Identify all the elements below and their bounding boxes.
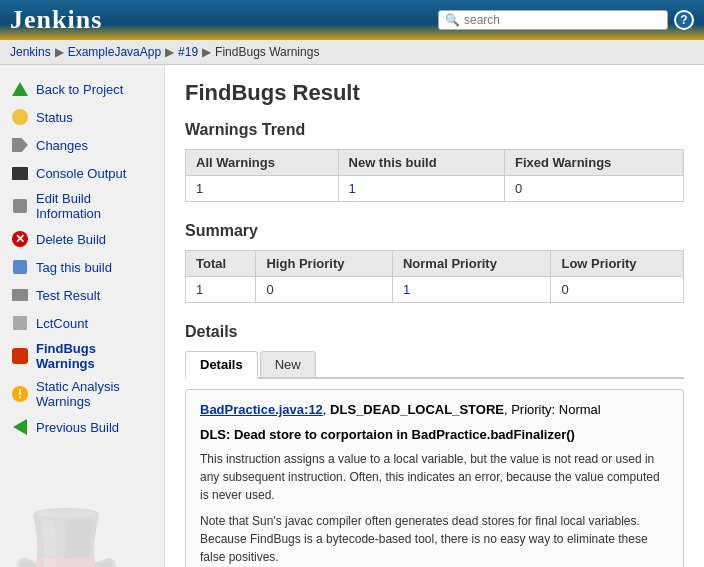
help-icon[interactable]: ? [674, 10, 694, 30]
summary-row: 1 0 1 0 [186, 277, 684, 303]
tag-icon [10, 257, 30, 277]
bug-description-2: Note that Sun's javac compiler often gen… [200, 512, 669, 566]
prev-icon [10, 417, 30, 437]
header: Jenkins 🔍 ? [0, 0, 704, 40]
summary-header-row: Total High Priority Normal Priority Low … [186, 251, 684, 277]
status-icon [10, 107, 30, 127]
breadcrumb-build[interactable]: #19 [178, 45, 198, 59]
lct-icon [10, 313, 30, 333]
sidebar-item-edit-build[interactable]: Edit Build Information [0, 187, 164, 225]
tab-new[interactable]: New [260, 351, 316, 377]
header-right: 🔍 ? [438, 10, 694, 30]
details-heading: Details [185, 323, 684, 341]
breadcrumb-jenkins[interactable]: Jenkins [10, 45, 51, 59]
search-input[interactable] [464, 13, 661, 27]
summary-table: Total High Priority Normal Priority Low … [185, 250, 684, 303]
bug-title: BadPractice.java:12, DLS_DEAD_LOCAL_STOR… [200, 402, 669, 417]
breadcrumb-current: FindBugs Warnings [215, 45, 319, 59]
changes-icon [10, 135, 30, 155]
normal-priority-link[interactable]: 1 [403, 282, 410, 297]
col-all-warnings: All Warnings [186, 150, 339, 176]
sidebar-item-findbugs-warnings[interactable]: FindBugs Warnings [0, 337, 164, 375]
arrow-up-icon [10, 79, 30, 99]
findbugs-icon [10, 346, 30, 366]
bug-details-box: BadPractice.java:12, DLS_DEAD_LOCAL_STOR… [185, 389, 684, 567]
console-icon [10, 163, 30, 183]
edit-icon [10, 196, 30, 216]
mascot-watermark: 🎩 [10, 502, 122, 567]
all-warnings-value: 1 [186, 176, 339, 202]
summary-heading: Summary [185, 222, 684, 240]
fixed-warnings-value: 0 [505, 176, 684, 202]
low-priority-value: 0 [551, 277, 684, 303]
sidebar-item-status[interactable]: Status [0, 103, 164, 131]
sidebar-item-tag-build[interactable]: Tag this build [0, 253, 164, 281]
sidebar-item-console-output[interactable]: Console Output [0, 159, 164, 187]
col-low-priority: Low Priority [551, 251, 684, 277]
col-normal-priority: Normal Priority [392, 251, 550, 277]
warnings-trend-heading: Warnings Trend [185, 121, 684, 139]
new-warnings-link[interactable]: 1 [349, 181, 356, 196]
layout: 🎩 Back to Project Status Changes Console… [0, 65, 704, 567]
col-high-priority: High Priority [256, 251, 393, 277]
search-box[interactable]: 🔍 [438, 10, 668, 30]
sidebar-item-lct-count[interactable]: LctCount [0, 309, 164, 337]
sidebar-item-back-to-project[interactable]: Back to Project [0, 75, 164, 103]
bug-subtitle: DLS: Dead store to corportaion in BadPra… [200, 427, 669, 442]
sidebar-item-previous-build[interactable]: Previous Build [0, 413, 164, 441]
breadcrumb: Jenkins ▶ ExampleJavaApp ▶ #19 ▶ FindBug… [0, 40, 704, 65]
jenkins-logo: Jenkins [10, 5, 102, 35]
sidebar-item-test-result[interactable]: Test Result [0, 281, 164, 309]
warnings-trend-table: All Warnings New this build Fixed Warnin… [185, 149, 684, 202]
normal-priority-value: 1 [392, 277, 550, 303]
total-value: 1 [186, 277, 256, 303]
bug-code-text: , DLS_DEAD_LOCAL_STORE, Priority: Normal [323, 402, 601, 417]
sidebar-item-delete-build[interactable]: ✕ Delete Build [0, 225, 164, 253]
col-total: Total [186, 251, 256, 277]
table-header-row: All Warnings New this build Fixed Warnin… [186, 150, 684, 176]
test-icon [10, 285, 30, 305]
sidebar-item-changes[interactable]: Changes [0, 131, 164, 159]
static-icon: ! [10, 384, 30, 404]
search-icon: 🔍 [445, 13, 460, 27]
new-warnings-value: 1 [338, 176, 504, 202]
high-priority-value: 0 [256, 277, 393, 303]
main-content: FindBugs Result Warnings Trend All Warni… [165, 65, 704, 567]
breadcrumb-app[interactable]: ExampleJavaApp [68, 45, 161, 59]
table-row: 1 1 0 [186, 176, 684, 202]
sidebar-item-static-analysis[interactable]: ! Static Analysis Warnings [0, 375, 164, 413]
col-fixed-warnings: Fixed Warnings [505, 150, 684, 176]
bug-description-1: This instruction assigns a value to a lo… [200, 450, 669, 504]
page-title: FindBugs Result [185, 80, 684, 106]
sidebar: 🎩 Back to Project Status Changes Console… [0, 65, 165, 567]
tab-details[interactable]: Details [185, 351, 258, 379]
delete-icon: ✕ [10, 229, 30, 249]
tab-bar: Details New [185, 351, 684, 379]
col-new-this-build: New this build [338, 150, 504, 176]
bug-file-link[interactable]: BadPractice.java:12 [200, 402, 323, 417]
